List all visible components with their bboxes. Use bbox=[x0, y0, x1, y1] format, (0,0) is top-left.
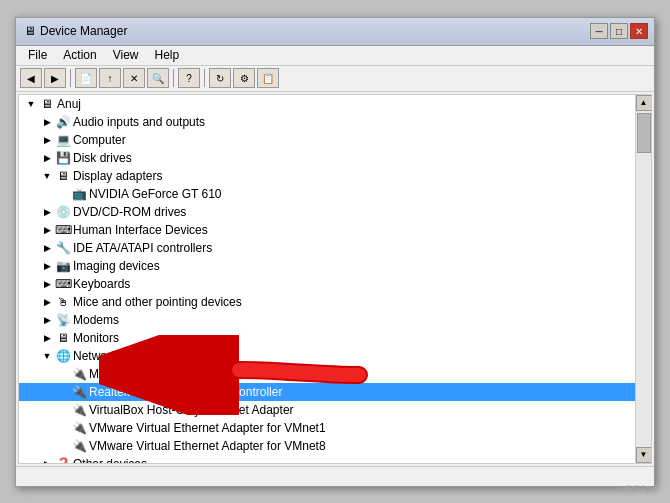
properties-button[interactable]: 📄 bbox=[75, 68, 97, 88]
vmnet8-label: VMware Virtual Ethernet Adapter for VMne… bbox=[89, 439, 326, 453]
tree-item-display[interactable]: ▼ 🖥 Display adapters bbox=[19, 167, 635, 185]
menu-help[interactable]: Help bbox=[147, 46, 188, 64]
display-expander[interactable]: ▼ bbox=[39, 168, 55, 184]
title-bar-left: 🖥 Device Manager bbox=[22, 23, 127, 39]
disk-expander[interactable]: ▶ bbox=[39, 150, 55, 166]
refresh-button[interactable]: ↻ bbox=[209, 68, 231, 88]
close-button[interactable]: ✕ bbox=[630, 23, 648, 39]
tree-content[interactable]: ▼ 🖥 Anuj ▶ 🔊 Audio inputs and outputs ▶ … bbox=[19, 95, 635, 463]
tree-item-monitors[interactable]: ▶ 🖥 Monitors bbox=[19, 329, 635, 347]
audio-label: Audio inputs and outputs bbox=[73, 115, 205, 129]
scrollbar[interactable]: ▲ ▼ bbox=[635, 95, 651, 463]
vmnet1-icon: 🔌 bbox=[71, 420, 87, 436]
root-label: Anuj bbox=[57, 97, 81, 111]
ide-label: IDE ATA/ATAPI controllers bbox=[73, 241, 212, 255]
mskernel-label: Microsoft Kernel Debug Network Adapter bbox=[89, 367, 306, 381]
tree-panel-wrapper: ▼ 🖥 Anuj ▶ 🔊 Audio inputs and outputs ▶ … bbox=[18, 94, 652, 464]
tree-item-hid[interactable]: ▶ ⌨ Human Interface Devices bbox=[19, 221, 635, 239]
properties2-button[interactable]: ⚙ bbox=[233, 68, 255, 88]
monitors-label: Monitors bbox=[73, 331, 119, 345]
toolbar: ◀ ▶ 📄 ↑ ✕ 🔍 ? ↻ ⚙ 📋 bbox=[16, 66, 654, 92]
hid-expander[interactable]: ▶ bbox=[39, 222, 55, 238]
main-content: ▼ 🖥 Anuj ▶ 🔊 Audio inputs and outputs ▶ … bbox=[16, 92, 654, 466]
dvd-label: DVD/CD-ROM drives bbox=[73, 205, 186, 219]
title-bar: 🖥 Device Manager ─ □ ✕ bbox=[16, 18, 654, 46]
monitors-expander[interactable]: ▶ bbox=[39, 330, 55, 346]
dvd-icon: 💿 bbox=[55, 204, 71, 220]
keyboards-expander[interactable]: ▶ bbox=[39, 276, 55, 292]
scroll-up[interactable]: ▲ bbox=[636, 95, 652, 111]
tree-root[interactable]: ▼ 🖥 Anuj bbox=[19, 95, 635, 113]
tree-item-mskernel[interactable]: 🔌 Microsoft Kernel Debug Network Adapter bbox=[19, 365, 635, 383]
modems-label: Modems bbox=[73, 313, 119, 327]
display-label: Display adapters bbox=[73, 169, 162, 183]
tree-item-dvd[interactable]: ▶ 💿 DVD/CD-ROM drives bbox=[19, 203, 635, 221]
vmnet8-expander[interactable] bbox=[55, 438, 71, 454]
hid-icon: ⌨ bbox=[55, 222, 71, 238]
tree-item-computer[interactable]: ▶ 💻 Computer bbox=[19, 131, 635, 149]
nvidia-expander[interactable] bbox=[55, 186, 71, 202]
network-expander[interactable]: ▼ bbox=[39, 348, 55, 364]
network-label: Network adapters bbox=[73, 349, 167, 363]
tree-item-realtek[interactable]: 🔌 Realtek PCIe GBE Family Controller bbox=[19, 383, 635, 401]
restore-button[interactable]: □ bbox=[610, 23, 628, 39]
tree-item-disk[interactable]: ▶ 💾 Disk drives bbox=[19, 149, 635, 167]
mice-expander[interactable]: ▶ bbox=[39, 294, 55, 310]
tree-item-vmnet1[interactable]: 🔌 VMware Virtual Ethernet Adapter for VM… bbox=[19, 419, 635, 437]
scroll-track[interactable] bbox=[636, 111, 651, 447]
display-icon: 🖥 bbox=[55, 168, 71, 184]
computer-expander[interactable]: ▶ bbox=[39, 132, 55, 148]
tree-item-audio[interactable]: ▶ 🔊 Audio inputs and outputs bbox=[19, 113, 635, 131]
minimize-button[interactable]: ─ bbox=[590, 23, 608, 39]
menu-file[interactable]: File bbox=[20, 46, 55, 64]
mice-icon: 🖱 bbox=[55, 294, 71, 310]
modems-expander[interactable]: ▶ bbox=[39, 312, 55, 328]
forward-button[interactable]: ▶ bbox=[44, 68, 66, 88]
audio-icon: 🔊 bbox=[55, 114, 71, 130]
uninstall-button[interactable]: ✕ bbox=[123, 68, 145, 88]
vmnet1-label: VMware Virtual Ethernet Adapter for VMne… bbox=[89, 421, 326, 435]
dvd-expander[interactable]: ▶ bbox=[39, 204, 55, 220]
vmnet1-expander[interactable] bbox=[55, 420, 71, 436]
menu-view[interactable]: View bbox=[105, 46, 147, 64]
back-button[interactable]: ◀ bbox=[20, 68, 42, 88]
realtek-expander[interactable] bbox=[55, 384, 71, 400]
extra-button[interactable]: 📋 bbox=[257, 68, 279, 88]
virtualbox-expander[interactable] bbox=[55, 402, 71, 418]
scan-button[interactable]: 🔍 bbox=[147, 68, 169, 88]
status-bar bbox=[16, 466, 654, 486]
toolbar-separator-3 bbox=[204, 69, 205, 87]
other-expander[interactable]: ▶ bbox=[39, 456, 55, 463]
help-button[interactable]: ? bbox=[178, 68, 200, 88]
tree-item-vmnet8[interactable]: 🔌 VMware Virtual Ethernet Adapter for VM… bbox=[19, 437, 635, 455]
tree-item-keyboards[interactable]: ▶ ⌨ Keyboards bbox=[19, 275, 635, 293]
computer-device-icon: 💻 bbox=[55, 132, 71, 148]
monitors-icon: 🖥 bbox=[55, 330, 71, 346]
tree-item-virtualbox[interactable]: 🔌 VirtualBox Host-Only Ethernet Adapter bbox=[19, 401, 635, 419]
virtualbox-label: VirtualBox Host-Only Ethernet Adapter bbox=[89, 403, 294, 417]
ide-expander[interactable]: ▶ bbox=[39, 240, 55, 256]
scroll-down[interactable]: ▼ bbox=[636, 447, 652, 463]
tree-item-ide[interactable]: ▶ 🔧 IDE ATA/ATAPI controllers bbox=[19, 239, 635, 257]
mskernel-expander[interactable] bbox=[55, 366, 71, 382]
tree-item-nvidia[interactable]: 📺 NVIDIA GeForce GT 610 bbox=[19, 185, 635, 203]
disk-icon: 💾 bbox=[55, 150, 71, 166]
imaging-expander[interactable]: ▶ bbox=[39, 258, 55, 274]
root-expander[interactable]: ▼ bbox=[23, 96, 39, 112]
tree-item-other[interactable]: ▶ ❓ Other devices bbox=[19, 455, 635, 463]
hid-label: Human Interface Devices bbox=[73, 223, 208, 237]
tree-item-network[interactable]: ▼ 🌐 Network adapters bbox=[19, 347, 635, 365]
title-bar-buttons: ─ □ ✕ bbox=[590, 23, 648, 39]
network-icon: 🌐 bbox=[55, 348, 71, 364]
realtek-label: Realtek PCIe GBE Family Controller bbox=[89, 385, 282, 399]
update-driver-button[interactable]: ↑ bbox=[99, 68, 121, 88]
tree-item-imaging[interactable]: ▶ 📷 Imaging devices bbox=[19, 257, 635, 275]
tree-item-mice[interactable]: ▶ 🖱 Mice and other pointing devices bbox=[19, 293, 635, 311]
computer-label: Computer bbox=[73, 133, 126, 147]
tree-item-modems[interactable]: ▶ 📡 Modems bbox=[19, 311, 635, 329]
audio-expander[interactable]: ▶ bbox=[39, 114, 55, 130]
mice-label: Mice and other pointing devices bbox=[73, 295, 242, 309]
menu-action[interactable]: Action bbox=[55, 46, 104, 64]
scroll-thumb[interactable] bbox=[637, 113, 651, 153]
device-manager-window: 🖥 Device Manager ─ □ ✕ File Action View … bbox=[15, 17, 655, 487]
